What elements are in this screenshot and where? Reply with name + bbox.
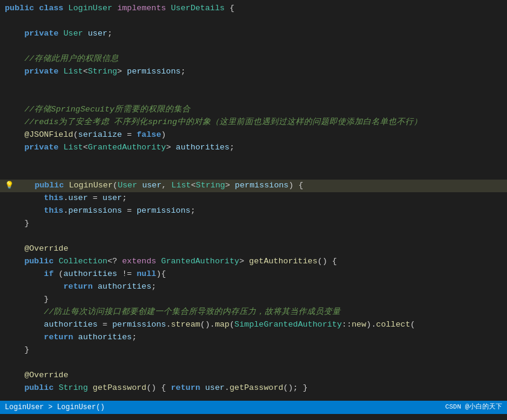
code-line: this.user = user; [0,192,507,205]
code-line: @Override [0,243,507,255]
code-line [0,15,507,28]
breadcrumb: LoginUser > LoginUser() [5,402,105,413]
code-line [0,167,507,180]
code-line: return authorities; [0,281,507,293]
code-line: if (authorities != null){ [0,268,507,281]
code-editor: public class LoginUser implements UserDe… [0,0,507,401]
code-line [0,357,507,369]
code-line: } [0,344,507,357]
code-line: } [0,293,507,306]
code-line [0,91,507,104]
code-line: 💡 public LoginUser(User user, List<Strin… [0,180,507,192]
lightbulb-icon[interactable]: 💡 [5,181,14,190]
code-line: this.permissions = permissions; [0,205,507,218]
code-line: @Override [0,369,507,382]
code-line: //存储此用户的权限信息 [0,53,507,66]
code-line: //存储SpringSecuity所需要的权限的集合 [0,104,507,116]
code-line: @JSONField(serialize = false) [0,129,507,142]
code-line: public class LoginUser implements UserDe… [0,2,507,15]
code-line: public String getPassword() { return use… [0,382,507,395]
code-line: //防止每次访问接口都要创建一个集合所导致的内存压力，故将其当作成员变量 [0,306,507,319]
code-line: private List<GrantedAuthority> authoriti… [0,142,507,154]
code-line: public Collection<? extends GrantedAutho… [0,255,507,268]
code-line: } [0,218,507,230]
code-line: return authorities; [0,331,507,344]
code-line: //redis为了安全考虑 不序列化spring中的对象（这里前面也遇到过这样的… [0,116,507,129]
watermark: CSDN @小白的天下 [445,402,502,412]
code-line: private User user; [0,28,507,40]
code-line [0,40,507,53]
code-line [0,230,507,243]
code-line [0,154,507,167]
status-bar: LoginUser > LoginUser() CSDN @小白的天下 [0,401,507,414]
code-line: private List<String> permissions; [0,66,507,78]
code-line [0,78,507,91]
code-line: authorities = permissions.stream().map(S… [0,319,507,331]
code-line [0,395,507,401]
